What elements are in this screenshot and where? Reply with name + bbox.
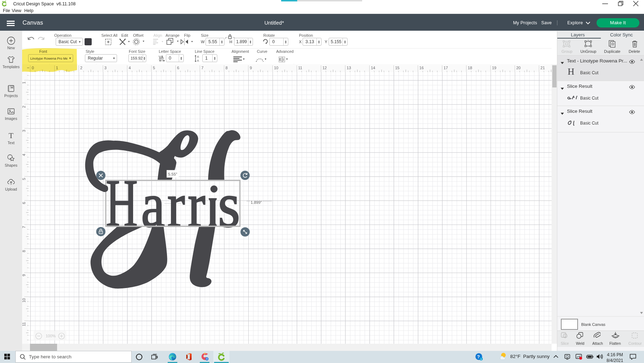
svg-text:1: 1 bbox=[22, 82, 26, 84]
svg-text:3: 3 bbox=[105, 66, 107, 70]
svg-text:8: 8 bbox=[225, 66, 228, 70]
svg-text:9: 9 bbox=[22, 274, 26, 276]
svg-text:14: 14 bbox=[371, 66, 375, 70]
svg-text:10: 10 bbox=[22, 298, 26, 302]
svg-text:4: 4 bbox=[129, 66, 131, 70]
svg-text:A: A bbox=[197, 59, 199, 62]
svg-text:7: 7 bbox=[22, 226, 26, 228]
svg-text:5.55″: 5.55″ bbox=[168, 172, 177, 176]
svg-text:12: 12 bbox=[323, 66, 327, 70]
svg-text:19: 19 bbox=[492, 66, 496, 70]
svg-text:T: T bbox=[9, 131, 14, 140]
svg-text:2: 2 bbox=[22, 106, 26, 108]
svg-text:5: 5 bbox=[22, 178, 26, 180]
svg-text:1.899″: 1.899″ bbox=[251, 200, 262, 205]
svg-text:16: 16 bbox=[419, 66, 424, 70]
svg-text:2: 2 bbox=[80, 66, 82, 70]
svg-text:E: E bbox=[279, 57, 282, 61]
svg-text:21: 21 bbox=[541, 66, 545, 70]
svg-text:8: 8 bbox=[22, 250, 26, 252]
svg-text:20: 20 bbox=[516, 66, 521, 70]
svg-text:VA: VA bbox=[159, 55, 163, 59]
svg-text:18: 18 bbox=[468, 66, 472, 70]
svg-text:100%: 100% bbox=[46, 334, 56, 338]
svg-text:4: 4 bbox=[22, 154, 26, 156]
svg-text:11: 11 bbox=[298, 66, 302, 70]
svg-text:5: 5 bbox=[153, 66, 155, 70]
svg-text:15: 15 bbox=[395, 66, 399, 70]
svg-text:i: i bbox=[481, 358, 481, 361]
svg-text:H: H bbox=[106, 165, 138, 241]
svg-text:1: 1 bbox=[56, 66, 58, 70]
svg-text:10: 10 bbox=[274, 66, 278, 70]
svg-text:7: 7 bbox=[201, 66, 203, 70]
svg-text:3: 3 bbox=[22, 130, 26, 132]
svg-text:i: i bbox=[283, 57, 284, 61]
svg-text:11: 11 bbox=[22, 322, 26, 326]
svg-text:17: 17 bbox=[443, 66, 448, 70]
svg-text:A: A bbox=[197, 55, 199, 59]
svg-text:0: 0 bbox=[32, 66, 34, 70]
svg-text:6: 6 bbox=[22, 202, 26, 204]
svg-text:6: 6 bbox=[177, 66, 179, 70]
svg-text:9: 9 bbox=[250, 66, 252, 70]
svg-text:?: ? bbox=[477, 354, 480, 359]
svg-text:13: 13 bbox=[347, 66, 351, 70]
